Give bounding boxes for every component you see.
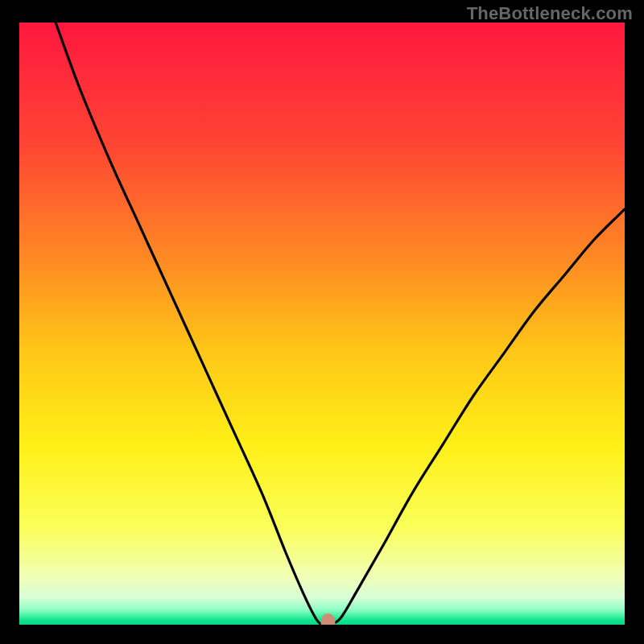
watermark-text: TheBottleneck.com — [467, 3, 633, 24]
chart-frame: TheBottleneck.com — [0, 0, 644, 644]
bottleneck-chart — [19, 23, 625, 625]
plot-area — [19, 23, 625, 625]
svg-rect-0 — [19, 23, 625, 625]
